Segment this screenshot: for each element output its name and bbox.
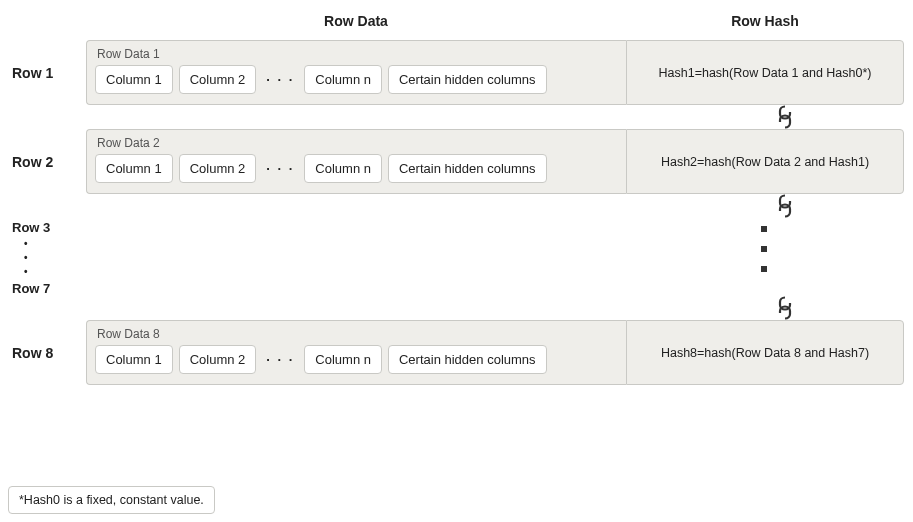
row-label: Row 3 [12,220,86,235]
chain-link-connector [10,194,903,218]
vertical-dot: • [12,253,86,263]
row-hash-box: Hash8=hash(Row Data 8 and Hash7) [626,320,904,385]
row-hash-box: Hash1=hash(Row Data 1 and Hash0*) [626,40,904,105]
chain-link-icon [777,296,793,320]
footnote: *Hash0 is a fixed, constant value. [8,486,215,514]
row-hash-box: Hash2=hash(Row Data 2 and Hash1) [626,129,904,194]
cell-coln: Column n [304,65,382,94]
row-hash-text: Hash8=hash(Row Data 8 and Hash7) [661,346,869,360]
cell-col1: Column 1 [95,345,173,374]
chain-link-connector [10,105,903,129]
chain-link-icon [777,105,793,129]
row-label: Row 8 [10,320,86,385]
cell-coln: Column n [304,154,382,183]
header-row-hash: Row Hash [626,13,904,29]
cell-col1: Column 1 [95,154,173,183]
square-marker-icon [761,246,767,252]
row-label: Row 7 [12,281,86,296]
vertical-dot: • [12,239,86,249]
row-2: Row 2 Row Data 2 Column 1 Column 2 · · ·… [10,129,903,194]
row-data-inner-label: Row Data 8 [95,327,618,341]
collapsed-rows: Row 3 • • • Row 7 [10,220,903,296]
cell-coln: Column n [304,345,382,374]
chain-link-connector [10,296,903,320]
collapsed-row-labels: Row 3 • • • Row 7 [10,220,86,296]
columns-ellipsis: · · · [262,72,298,87]
row-label: Row 2 [10,129,86,194]
cell-hidden: Certain hidden columns [388,345,547,374]
row-data-cells: Column 1 Column 2 · · · Column n Certain… [95,65,618,94]
row-hash-text: Hash1=hash(Row Data 1 and Hash0*) [659,66,872,80]
square-marker-icon [761,226,767,232]
row-data-cells: Column 1 Column 2 · · · Column n Certain… [95,154,618,183]
row-data-inner-label: Row Data 1 [95,47,618,61]
cell-hidden: Certain hidden columns [388,154,547,183]
row-label: Row 1 [10,40,86,105]
row-8: Row 8 Row Data 8 Column 1 Column 2 · · ·… [10,320,903,385]
cell-hidden: Certain hidden columns [388,65,547,94]
vertical-dot: • [12,267,86,277]
cell-col2: Column 2 [179,154,257,183]
row-data-box: Row Data 8 Column 1 Column 2 · · · Colum… [86,320,626,385]
chain-link-icon [777,194,793,218]
cell-col2: Column 2 [179,345,257,374]
row-data-inner-label: Row Data 2 [95,136,618,150]
column-headers: Row Data Row Hash [10,8,903,34]
row-1: Row 1 Row Data 1 Column 1 Column 2 · · ·… [10,40,903,105]
row-data-box: Row Data 2 Column 1 Column 2 · · · Colum… [86,129,626,194]
cell-col2: Column 2 [179,65,257,94]
square-marker-icon [761,266,767,272]
cell-col1: Column 1 [95,65,173,94]
row-data-cells: Column 1 Column 2 · · · Column n Certain… [95,345,618,374]
columns-ellipsis: · · · [262,161,298,176]
row-hash-text: Hash2=hash(Row Data 2 and Hash1) [661,155,869,169]
columns-ellipsis: · · · [262,352,298,367]
header-row-data: Row Data [86,13,626,29]
collapsed-hash-markers [86,220,903,296]
row-data-box: Row Data 1 Column 1 Column 2 · · · Colum… [86,40,626,105]
